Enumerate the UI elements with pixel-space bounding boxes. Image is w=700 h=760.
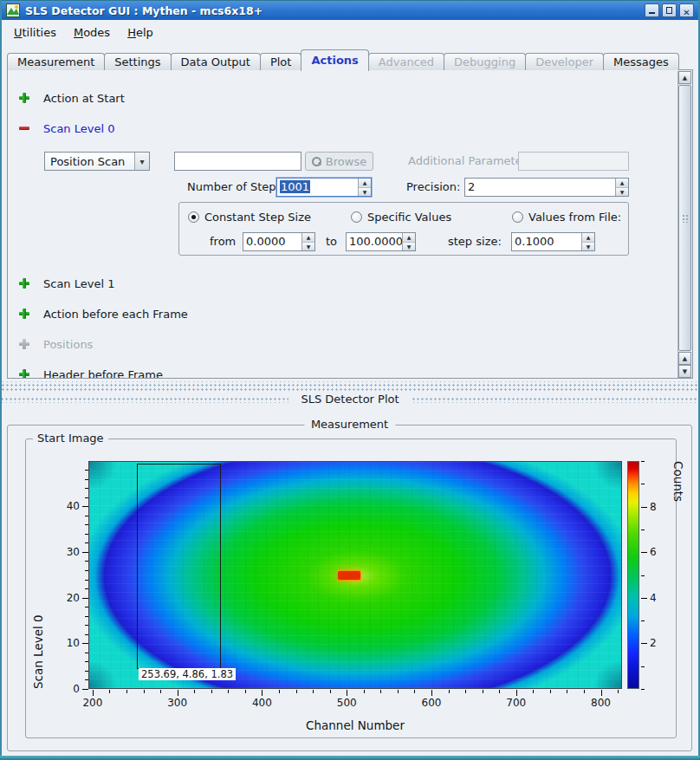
tree-action-at-start[interactable]: Action at Start — [19, 91, 125, 105]
y-tick — [82, 689, 88, 690]
y-tick-label: 20 — [67, 592, 80, 604]
x-tick — [550, 690, 551, 693]
y-tick-label: 30 — [67, 546, 80, 558]
radio-checked-icon — [188, 211, 199, 223]
window-border-top — [0, 0, 700, 1]
colorbar-tick — [641, 552, 647, 553]
colorbar-tick — [641, 643, 647, 644]
radio-constant-step-size[interactable]: Constant Step Size — [188, 211, 311, 224]
tab-actions[interactable]: Actions — [301, 49, 368, 71]
tree-scan-level-1[interactable]: Scan Level 1 — [19, 276, 114, 290]
spin-buttons — [301, 233, 314, 250]
menu-utilities[interactable]: Utilities — [5, 23, 65, 42]
minimize-button[interactable] — [645, 3, 659, 17]
to-spinbox[interactable]: 100.0000 — [346, 232, 416, 251]
measurement-groupbox: Measurement Start Image Scan Level 0 010… — [7, 425, 692, 751]
tree-scan-level-0[interactable]: Scan Level 0 — [19, 121, 114, 135]
vertical-scrollbar[interactable] — [677, 71, 691, 379]
menu-modes[interactable]: Modes — [65, 23, 119, 42]
step-size-spinbox[interactable]: 0.1000 — [511, 232, 595, 251]
spin-up-icon[interactable] — [616, 179, 628, 188]
x-tick — [245, 690, 246, 693]
colorbar-tick — [641, 507, 647, 508]
tab-messages[interactable]: Messages — [603, 53, 679, 70]
zoom-selection-rectangle[interactable] — [137, 464, 221, 669]
colorbar-tick-label: 2 — [650, 637, 657, 649]
scroll-up-button[interactable] — [678, 71, 691, 84]
scrollbar-thumb[interactable] — [678, 85, 691, 351]
tab-bar: MeasurementSettingsData OutputPlotAction… — [7, 49, 690, 70]
x-tick-label: 800 — [591, 697, 611, 709]
tab-plot[interactable]: Plot — [260, 53, 302, 70]
tab-settings[interactable]: Settings — [104, 53, 171, 70]
expand-plus-icon[interactable] — [19, 278, 29, 289]
titlebar[interactable]: SLS Detector GUI : Mythen - mcs6x18+ — [2, 1, 698, 20]
y-tick — [82, 598, 88, 599]
expand-plus-icon[interactable] — [19, 93, 29, 103]
menu-help[interactable]: Help — [119, 23, 162, 42]
tab-measurement[interactable]: Measurement — [7, 53, 105, 70]
precision-value: 2 — [465, 179, 615, 196]
x-tick-label: 300 — [167, 697, 187, 709]
step-mode-groupbox: Constant Step Size Specific Values Value… — [178, 202, 629, 256]
scan-mode-select[interactable]: Position Scan — [44, 152, 150, 171]
spin-up-icon[interactable] — [582, 233, 594, 243]
scroll-down-button[interactable] — [678, 365, 691, 378]
from-spinbox[interactable]: 0.0000 — [243, 232, 315, 251]
radio-values-from-file[interactable]: Values from File: — [512, 211, 621, 224]
spin-up-icon[interactable] — [403, 233, 415, 243]
tree-action-before-each-frame[interactable]: Action before each Frame — [19, 307, 188, 321]
spin-down-icon[interactable] — [616, 188, 628, 197]
x-tick — [516, 690, 517, 696]
x-tick — [499, 690, 500, 693]
y-tick — [82, 506, 88, 507]
splitter-handle[interactable] — [0, 381, 700, 391]
collapse-minus-icon[interactable] — [19, 123, 29, 133]
radio-label: Specific Values — [367, 211, 451, 224]
spin-up-icon[interactable] — [302, 233, 314, 243]
x-tick — [398, 690, 399, 693]
app-icon — [6, 3, 20, 17]
y-tick — [82, 643, 88, 644]
radio-icon — [351, 211, 362, 223]
scan-script-input[interactable] — [174, 152, 301, 171]
heatmap-plot: Scan Level 0 010203040 253.69, 4.86, 1.8… — [26, 439, 676, 737]
heatmap-canvas[interactable]: 253.69, 4.86, 1.83 — [88, 461, 622, 689]
x-tick — [449, 690, 450, 693]
x-tick — [160, 690, 161, 693]
browse-button: Browse — [305, 152, 373, 171]
spin-down-icon[interactable] — [582, 243, 594, 251]
x-tick — [618, 690, 619, 693]
y-tick-label: 0 — [73, 683, 80, 695]
x-axis-ticks — [88, 690, 622, 697]
spin-down-icon[interactable] — [359, 188, 371, 197]
heatmap-peak-marker — [338, 571, 360, 580]
spin-up-icon[interactable] — [359, 179, 371, 188]
colorbar-tick — [641, 461, 645, 462]
scroll-up-button-2[interactable] — [678, 352, 691, 365]
x-tick — [313, 690, 314, 693]
tab-advanced: Advanced — [368, 53, 444, 70]
spin-down-icon[interactable] — [302, 243, 314, 251]
from-value: 0.0000 — [243, 233, 301, 250]
colorbar-tick-labels: 2468 — [650, 461, 671, 689]
number-of-steps-spinbox[interactable]: 1001 — [276, 178, 372, 197]
close-button[interactable] — [679, 3, 694, 17]
radio-specific-values[interactable]: Specific Values — [351, 211, 451, 224]
spin-down-icon[interactable] — [403, 243, 415, 251]
window-border-bottom[interactable] — [0, 756, 700, 760]
colorbar-tick — [641, 689, 645, 690]
tree-label-scan-level-1: Scan Level 1 — [43, 277, 114, 290]
close-icon — [683, 3, 690, 19]
precision-spinbox[interactable]: 2 — [464, 178, 629, 197]
tab-data-output[interactable]: Data Output — [171, 53, 261, 70]
x-tick — [109, 690, 110, 693]
window-border-left[interactable] — [0, 0, 2, 760]
plot-dock-titlebar[interactable]: SLS Detector Plot — [0, 392, 700, 406]
tree-header-before-frame[interactable]: Header before Frame — [19, 367, 163, 379]
tree-label-action-before-frame: Action before each Frame — [43, 308, 188, 321]
expand-plus-icon[interactable] — [19, 309, 29, 319]
expand-plus-icon[interactable] — [19, 369, 29, 379]
maximize-button[interactable] — [662, 3, 677, 17]
x-tick — [126, 690, 127, 693]
